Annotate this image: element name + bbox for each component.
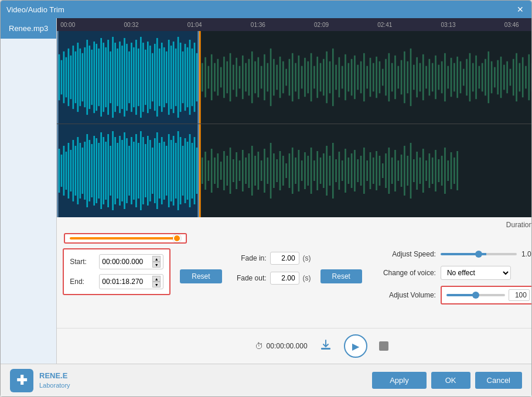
- svg-rect-289: [323, 153, 325, 188]
- svg-rect-211: [108, 134, 110, 207]
- svg-rect-120: [382, 69, 384, 86]
- trim-reset-button[interactable]: Reset: [180, 269, 221, 283]
- play-button[interactable]: ▶: [344, 334, 367, 358]
- svg-rect-246: [189, 134, 191, 207]
- svg-rect-156: [494, 67, 496, 88]
- svg-rect-56: [185, 44, 186, 111]
- svg-rect-30: [124, 38, 125, 117]
- svg-rect-59: [192, 49, 193, 106]
- start-time-field[interactable]: [102, 258, 152, 266]
- svg-rect-281: [298, 150, 300, 191]
- end-down-btn[interactable]: ▼: [152, 282, 161, 288]
- fade-out-input[interactable]: [270, 272, 299, 285]
- svg-rect-293: [335, 159, 337, 182]
- svg-rect-19: [98, 49, 100, 106]
- start-label: Start:: [70, 258, 99, 266]
- timeline-label-4: 02:09: [314, 22, 329, 28]
- ok-button[interactable]: OK: [431, 372, 470, 389]
- svg-rect-113: [360, 61, 362, 94]
- svg-rect-259: [230, 148, 231, 194]
- timeline-label-1: 00:32: [124, 22, 138, 28]
- speed-slider[interactable]: [441, 253, 517, 255]
- svg-rect-267: [254, 156, 256, 186]
- svg-rect-116: [370, 58, 371, 97]
- svg-rect-306: [376, 151, 378, 190]
- svg-rect-29: [121, 46, 123, 109]
- svg-rect-49: [168, 40, 170, 115]
- svg-rect-229: [149, 140, 151, 201]
- svg-rect-191: [61, 155, 63, 187]
- svg-rect-132: [420, 63, 421, 92]
- svg-rect-164: [519, 63, 521, 92]
- waveform-tracks[interactable]: [57, 31, 531, 217]
- export-button[interactable]: [319, 338, 332, 354]
- volume-slider[interactable]: [446, 294, 505, 296]
- svg-rect-277: [286, 163, 288, 178]
- timeline-labels: 00:00 00:32 01:04 01:36 02:09 02:41 03:1…: [59, 22, 531, 28]
- speed-row: Adjust Speed: 1.00 X ▶: [377, 248, 531, 260]
- svg-rect-79: [254, 61, 256, 94]
- svg-rect-78: [251, 52, 253, 103]
- start-up-btn[interactable]: ▲: [152, 256, 161, 262]
- waveform-area: 00:00 00:32 01:04 01:36 02:09 02:41 03:1…: [57, 18, 531, 217]
- svg-rect-199: [80, 143, 81, 198]
- svg-rect-28: [119, 42, 121, 113]
- svg-rect-300: [357, 159, 359, 182]
- svg-rect-193: [66, 152, 67, 190]
- start-time-input[interactable]: ▲ ▼: [99, 254, 163, 269]
- svg-rect-63: [204, 57, 206, 98]
- fade-reset-button[interactable]: Reset: [320, 269, 362, 283]
- svg-rect-251: [204, 152, 206, 190]
- svg-rect-22: [105, 47, 107, 107]
- waveform-track-bottom: [57, 124, 531, 217]
- svg-rect-205: [94, 136, 96, 206]
- svg-rect-286: [313, 160, 315, 181]
- svg-rect-155: [491, 61, 493, 94]
- logo-area: ✚ RENE.E Laboratory: [10, 369, 70, 392]
- fade-in-input[interactable]: [270, 252, 299, 265]
- svg-rect-166: [525, 66, 527, 89]
- title-bar: Video/Audio Trim ✕: [1, 1, 531, 18]
- svg-rect-47: [163, 47, 165, 107]
- svg-rect-21: [103, 43, 105, 112]
- svg-rect-85: [273, 59, 275, 96]
- svg-rect-217: [121, 140, 123, 201]
- voice-select[interactable]: No effect: [441, 266, 511, 280]
- end-time-input[interactable]: ▲ ▼: [99, 274, 163, 289]
- svg-rect-232: [156, 132, 158, 209]
- svg-rect-51: [173, 42, 175, 113]
- svg-rect-105: [335, 65, 337, 90]
- svg-rect-162: [513, 59, 514, 96]
- trim-range-slider[interactable]: [70, 237, 181, 239]
- svg-rect-46: [161, 43, 163, 112]
- close-button[interactable]: ✕: [515, 4, 526, 15]
- svg-rect-106: [339, 57, 340, 98]
- svg-rect-297: [348, 158, 350, 184]
- svg-rect-304: [370, 152, 371, 189]
- svg-rect-236: [166, 146, 168, 196]
- start-end-box: Start: ▲ ▼ End:: [63, 248, 170, 295]
- end-up-btn[interactable]: ▲: [152, 276, 161, 282]
- svg-rect-11: [80, 49, 81, 106]
- stop-button[interactable]: [379, 341, 388, 351]
- svg-rect-31: [126, 44, 128, 111]
- sidebar: Renee.mp3: [1, 18, 57, 364]
- volume-input[interactable]: [509, 289, 530, 301]
- svg-rect-130: [413, 65, 415, 90]
- apply-button[interactable]: Apply: [372, 372, 427, 389]
- svg-rect-235: [163, 142, 165, 200]
- svg-rect-265: [248, 153, 250, 188]
- svg-rect-80: [258, 57, 260, 98]
- svg-rect-222: [133, 142, 135, 200]
- svg-rect-225: [140, 131, 142, 210]
- svg-rect-57: [187, 47, 189, 107]
- cancel-button[interactable]: Cancel: [475, 372, 522, 389]
- svg-rect-112: [357, 65, 359, 90]
- svg-rect-248: [194, 137, 196, 204]
- sidebar-file-item[interactable]: Renee.mp3: [1, 18, 56, 39]
- svg-rect-141: [448, 66, 449, 89]
- svg-rect-209: [103, 137, 105, 204]
- svg-rect-208: [101, 132, 103, 209]
- start-down-btn[interactable]: ▼: [152, 262, 161, 268]
- end-time-field[interactable]: [102, 278, 152, 286]
